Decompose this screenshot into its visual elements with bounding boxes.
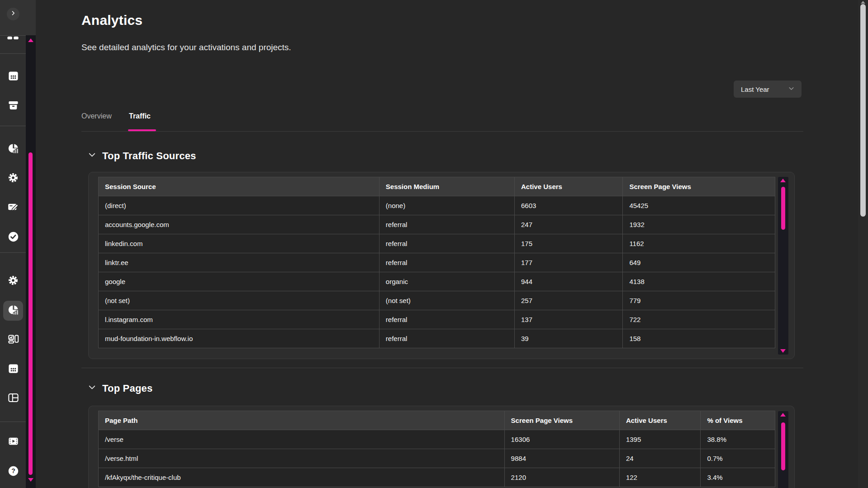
film-icon: [7, 435, 19, 449]
sidebar-item-settings[interactable]: [3, 169, 23, 189]
sidebar-item-forms[interactable]: [3, 198, 23, 218]
page-scrollbar-thumb[interactable]: [860, 4, 866, 217]
tab-overview[interactable]: Overview: [81, 112, 112, 120]
table-cell: 0.7%: [701, 449, 775, 468]
table-scrollbar[interactable]: [778, 177, 788, 355]
pie-chart-icon: [7, 304, 19, 318]
table-row: /verse16306139538.8%: [99, 430, 775, 449]
table-row: /verse.html9884240.7%: [99, 449, 775, 468]
scroll-up-arrow[interactable]: [780, 413, 786, 417]
sidebar-item-media[interactable]: [3, 432, 23, 452]
date-range-dropdown[interactable]: Last Year: [734, 81, 802, 98]
chevron-right-icon: [9, 9, 17, 19]
table-cell: google: [99, 272, 379, 291]
section-header-top-pages[interactable]: Top Pages: [87, 382, 152, 394]
divider: [0, 53, 26, 54]
table-cell: /kfAkyqx/the-critique-club: [99, 468, 505, 487]
sidebar-item-help[interactable]: ?: [3, 462, 23, 482]
archive-icon: [7, 99, 19, 113]
table-row: l.instagram.comreferral137722: [99, 310, 775, 329]
table-cell: referral: [379, 234, 514, 253]
traffic-sources-table: Session SourceSession MediumActive Users…: [98, 177, 775, 348]
column-header: Active Users: [619, 411, 701, 430]
table-cell: organic: [379, 272, 514, 291]
sidebar-item-devices[interactable]: [3, 330, 23, 350]
layout-icon: [7, 392, 19, 406]
table-cell: 16306: [504, 430, 619, 449]
section-header-traffic-sources[interactable]: Top Traffic Sources: [87, 150, 196, 162]
table-header-row: Page PathScreen Page ViewsActive Users% …: [99, 411, 775, 430]
table-cell: (none): [379, 196, 514, 215]
table-scrollbar-thumb[interactable]: [781, 187, 785, 230]
sidebar-item-tasks[interactable]: [3, 227, 23, 247]
divider: [81, 131, 803, 132]
table-cell: 1395: [619, 430, 701, 449]
sidebar-scrollbar[interactable]: [26, 35, 36, 488]
table-scrollbar-thumb[interactable]: [781, 422, 785, 470]
table-row: googleorganic9444138: [99, 272, 775, 291]
sidebar-item-preferences[interactable]: [3, 271, 23, 291]
section-title: Top Traffic Sources: [102, 150, 196, 162]
table-cell: 4138: [623, 272, 775, 291]
column-header: Screen Page Views: [504, 411, 619, 430]
divider: [0, 422, 26, 422]
table-cell: linktr.ee: [99, 253, 379, 272]
help-icon: ?: [7, 465, 19, 479]
table-cell: (not set): [379, 291, 514, 310]
data-table: Session SourceSession MediumActive Users…: [98, 177, 775, 348]
svg-text:?: ?: [11, 467, 15, 474]
table-cell: 2120: [504, 468, 619, 487]
scroll-down-arrow[interactable]: [28, 478, 33, 482]
chevron-down-icon: [87, 150, 97, 162]
sidebar-item-calendar[interactable]: [3, 66, 23, 86]
sidebar-header: [0, 0, 36, 35]
table-cell: referral: [379, 253, 514, 272]
table-cell: 1162: [623, 234, 775, 253]
table-cell: mud-foundation-in.webflow.io: [99, 329, 379, 348]
chevron-down-icon: [87, 382, 97, 394]
date-range-value: Last Year: [741, 85, 769, 93]
sidebar-item-analytics[interactable]: [3, 301, 23, 321]
table-cell: (direct): [99, 196, 379, 215]
sidebar-item-reports[interactable]: [3, 139, 23, 159]
table-row: linkedin.comreferral1751162: [99, 234, 775, 253]
page-title: Analytics: [81, 13, 142, 28]
table-cell: linkedin.com: [99, 234, 379, 253]
page-scrollbar[interactable]: [858, 0, 868, 488]
scroll-up-arrow[interactable]: [28, 38, 33, 42]
table-cell: 24: [619, 449, 701, 468]
traffic-sources-card: Session SourceSession MediumActive Users…: [88, 172, 795, 359]
partial-icon[interactable]: [4, 36, 22, 40]
table-cell: 649: [623, 253, 775, 272]
column-header: Active Users: [515, 177, 623, 196]
table-cell: 3.4%: [701, 468, 775, 487]
table-cell: /verse.html: [99, 449, 505, 468]
data-table: Page PathScreen Page ViewsActive Users% …: [98, 411, 775, 487]
sidebar-item-archive[interactable]: [3, 96, 23, 116]
table-cell: 944: [515, 272, 623, 291]
table-cell: referral: [379, 310, 514, 329]
devices-icon: [7, 333, 19, 347]
sidebar-collapse-button[interactable]: [7, 8, 19, 20]
scroll-up-arrow[interactable]: [780, 179, 786, 182]
sidebar-item-calendar-2[interactable]: [3, 359, 23, 379]
table-cell: (not set): [99, 291, 379, 310]
tab-traffic[interactable]: Traffic: [129, 112, 151, 120]
top-pages-table: Page PathScreen Page ViewsActive Users% …: [98, 411, 775, 487]
table-cell: 137: [515, 310, 623, 329]
table-cell: 779: [623, 291, 775, 310]
table-cell: 1932: [623, 215, 775, 234]
scroll-down-arrow[interactable]: [780, 349, 786, 353]
calendar-icon: [7, 362, 19, 376]
table-scrollbar[interactable]: [778, 411, 788, 488]
table-cell: 722: [623, 310, 775, 329]
sidebar-item-layout[interactable]: [3, 389, 23, 408]
table-header-row: Session SourceSession MediumActive Users…: [99, 177, 775, 196]
top-pages-card: Page PathScreen Page ViewsActive Users% …: [88, 406, 795, 488]
table-cell: l.instagram.com: [99, 310, 379, 329]
scroll-up-arrow[interactable]: [861, 1, 865, 4]
table-cell: 177: [515, 253, 623, 272]
table-row: (direct)(none)660345425: [99, 196, 775, 215]
column-header: % of Views: [701, 411, 775, 430]
sidebar-scrollbar-thumb[interactable]: [28, 152, 33, 475]
